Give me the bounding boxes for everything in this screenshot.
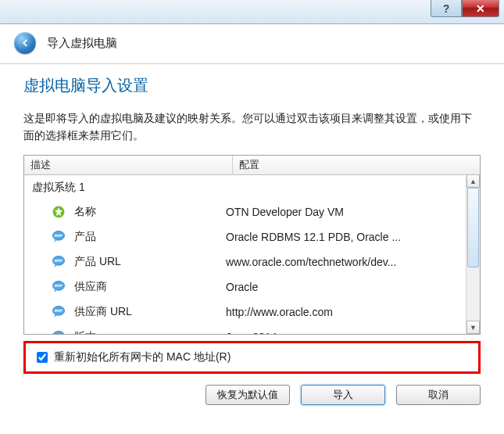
settings-table: 描述 配置 虚拟系统 1 名称 OTN Developer Day VM 产品 … <box>23 155 481 335</box>
back-button[interactable] <box>14 32 36 54</box>
row-desc: 产品 URL <box>74 255 226 269</box>
row-desc: 名称 <box>74 205 226 219</box>
table-row[interactable]: 产品 Oracle RDBMS 12.1 PDB, Oracle ... <box>24 224 466 249</box>
svg-point-1 <box>53 231 65 241</box>
reset-defaults-button[interactable]: 恢复为默认值 <box>206 385 290 405</box>
row-desc: 产品 <box>74 230 226 244</box>
speech-bubble-icon <box>51 279 66 295</box>
table-row[interactable]: 名称 OTN Developer Day VM <box>24 199 466 224</box>
scroll-up-icon[interactable]: ▲ <box>466 174 480 188</box>
column-header-conf[interactable]: 配置 <box>233 156 480 174</box>
row-conf: Oracle <box>226 281 466 293</box>
row-conf: June 2014 <box>226 331 466 334</box>
mac-reinit-highlight: 重新初始化所有网卡的 MAC 地址(R) <box>23 341 481 374</box>
vertical-scrollbar[interactable]: ▲ ▼ <box>466 174 480 334</box>
speech-bubble-icon <box>51 229 66 245</box>
import-button[interactable]: 导入 <box>301 385 385 405</box>
header-row: 导入虚拟电脑 <box>0 24 504 64</box>
row-desc: 供应商 URL <box>74 305 226 319</box>
star-icon <box>51 204 66 220</box>
cancel-button[interactable]: 取消 <box>396 385 481 405</box>
row-conf: www.oracle.com/technetwork/dev... <box>226 256 466 268</box>
column-header-desc[interactable]: 描述 <box>24 156 233 174</box>
section-title: 虚拟电脑导入设置 <box>23 75 481 96</box>
speech-bubble-icon <box>51 304 66 320</box>
group-row[interactable]: 虚拟系统 1 <box>24 174 466 199</box>
speech-bubble-icon <box>51 329 66 334</box>
svg-point-2 <box>53 256 65 266</box>
scroll-thumb[interactable] <box>467 188 479 267</box>
window-titlebar: ? ✕ <box>0 0 504 24</box>
svg-point-5 <box>53 332 65 335</box>
table-row[interactable]: 供应商 URL http://www.oracle.com <box>24 299 466 325</box>
scroll-down-icon[interactable]: ▼ <box>466 321 480 334</box>
arrow-left-icon <box>20 38 30 48</box>
row-conf: OTN Developer Day VM <box>226 206 466 218</box>
mac-reinit-checkbox[interactable] <box>37 352 48 363</box>
svg-point-4 <box>53 307 65 316</box>
close-button[interactable]: ✕ <box>462 0 499 17</box>
table-header: 描述 配置 <box>24 156 480 175</box>
section-description: 这是即将导入的虚拟电脑及建议的映射关系。您可以通过双击该项目来调整其设置，或使用… <box>23 110 481 144</box>
svg-point-3 <box>53 282 65 291</box>
mac-reinit-label: 重新初始化所有网卡的 MAC 地址(R) <box>54 350 231 364</box>
table-row[interactable]: 产品 URL www.oracle.com/technetwork/dev... <box>24 249 466 274</box>
speech-bubble-icon <box>51 254 66 270</box>
table-row[interactable]: 供应商 Oracle <box>24 274 466 299</box>
row-conf: Oracle RDBMS 12.1 PDB, Oracle ... <box>226 231 466 243</box>
table-row[interactable]: 版本 June 2014 <box>24 325 466 334</box>
content-area: 虚拟电脑导入设置 这是即将导入的虚拟电脑及建议的映射关系。您可以通过双击该项目来… <box>0 64 504 374</box>
row-desc: 供应商 <box>74 280 226 294</box>
help-button[interactable]: ? <box>431 0 462 17</box>
table-body: 虚拟系统 1 名称 OTN Developer Day VM 产品 Oracle… <box>24 174 466 334</box>
footer-buttons: 恢复为默认值 导入 取消 <box>0 374 504 405</box>
row-conf: http://www.oracle.com <box>226 306 466 318</box>
row-desc: 版本 <box>74 330 226 334</box>
page-title-small: 导入虚拟电脑 <box>47 36 117 51</box>
